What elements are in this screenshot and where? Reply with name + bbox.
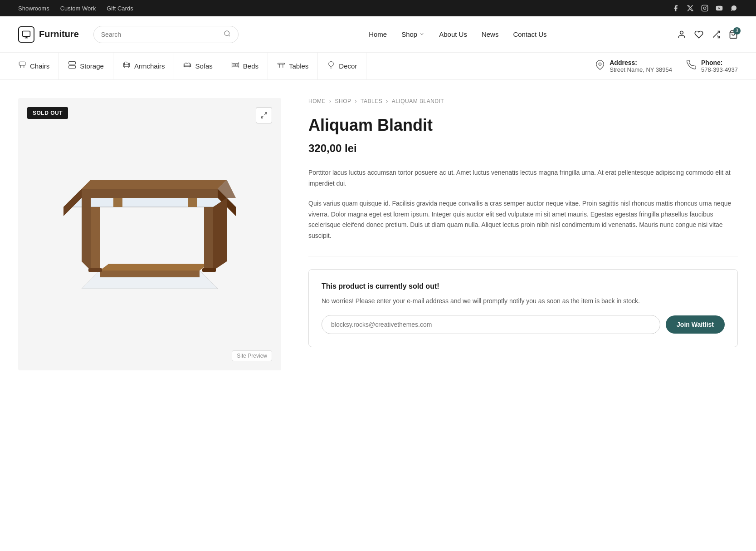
category-nav-items: Chairs Storage Armchairs Sofas Beds [18, 53, 595, 80]
category-beds[interactable]: Beds [222, 53, 268, 80]
account-button[interactable] [677, 30, 686, 39]
product-image [54, 153, 245, 316]
svg-marker-28 [82, 189, 218, 198]
logo-icon [18, 26, 34, 43]
whatsapp-icon[interactable] [730, 4, 738, 12]
svg-line-8 [229, 35, 230, 36]
phone-info: Phone: 578-393-4937 [687, 59, 738, 73]
logo[interactable]: Furniture [18, 26, 79, 43]
twitter-x-icon[interactable] [686, 4, 694, 12]
svg-marker-34 [100, 271, 200, 277]
nav-contact-us[interactable]: Contact Us [513, 30, 546, 38]
topbar-showrooms[interactable]: Showrooms [18, 5, 49, 12]
join-waitlist-button[interactable]: Join Waitlist [666, 315, 725, 334]
tables-icon [277, 61, 285, 71]
facebook-icon[interactable] [672, 4, 680, 12]
breadcrumb-current: ALIQUAM BLANDIT [392, 98, 444, 104]
sofas-icon [183, 61, 191, 71]
fullscreen-button[interactable] [256, 107, 272, 123]
sold-out-badge: SOLD OUT [27, 107, 68, 119]
nav-home[interactable]: Home [369, 30, 387, 38]
wishlist-button[interactable] [694, 30, 703, 39]
svg-point-7 [224, 31, 229, 36]
nav-news[interactable]: News [482, 30, 499, 38]
chairs-icon [18, 61, 26, 71]
cart-button[interactable]: 3 [729, 30, 738, 39]
search-bar [93, 26, 239, 43]
svg-rect-18 [233, 64, 235, 66]
beds-label: Beds [243, 62, 259, 70]
site-preview-label: Site Preview [232, 350, 272, 361]
storage-icon [68, 61, 76, 71]
decor-label: Decor [339, 62, 357, 70]
address-label: Address: [610, 59, 672, 66]
top-bar: Showrooms Custom Work Gift Cards [0, 0, 756, 16]
svg-marker-29 [82, 180, 227, 189]
category-chairs[interactable]: Chairs [18, 53, 59, 80]
product-description-1: Porttitor lacus luctus accumsan tortor p… [308, 167, 738, 189]
breadcrumb-sep-3: › [386, 98, 388, 104]
top-bar-social [672, 4, 738, 12]
nav-about-us[interactable]: About Us [439, 30, 467, 38]
search-input[interactable] [101, 31, 220, 38]
svg-marker-41 [188, 198, 197, 207]
svg-line-25 [264, 113, 267, 115]
product-description-2: Quis varius quam quisque id. Facilisis g… [308, 198, 738, 241]
breadcrumb-home[interactable]: HOME [308, 98, 326, 104]
svg-point-9 [680, 31, 683, 34]
svg-rect-15 [69, 66, 76, 69]
main-header: Furniture Home Shop About Us News Contac… [0, 16, 756, 53]
svg-line-26 [261, 116, 263, 118]
top-bar-links: Showrooms Custom Work Gift Cards [18, 5, 133, 12]
product-image-section: SOLD OUT [18, 98, 281, 370]
category-armchairs[interactable]: Armchairs [113, 53, 175, 80]
phone-label: Phone: [701, 59, 738, 66]
svg-marker-37 [82, 198, 91, 271]
phone-text: Phone: 578-393-4937 [701, 59, 738, 73]
svg-point-24 [599, 63, 601, 65]
main-nav: Home Shop About Us News Contact Us [253, 30, 663, 38]
divider [308, 256, 738, 256]
sold-out-box-title: This product is currently sold out! [322, 282, 725, 290]
product-details: HOME › SHOP › TABLES › ALIQUAM BLANDIT A… [281, 98, 738, 370]
svg-marker-36 [91, 207, 100, 271]
svg-rect-4 [23, 31, 30, 36]
address-text: Address: Street Name, NY 38954 [610, 59, 672, 73]
waitlist-form: Join Waitlist [322, 315, 725, 334]
svg-marker-35 [100, 264, 209, 271]
svg-rect-14 [69, 62, 76, 64]
category-storage[interactable]: Storage [59, 53, 113, 80]
sofas-label: Sofas [195, 62, 212, 70]
breadcrumb-tables[interactable]: TABLES [361, 98, 382, 104]
storage-label: Storage [80, 62, 104, 70]
instagram-icon[interactable] [701, 4, 709, 12]
svg-rect-19 [236, 64, 238, 66]
waitlist-email-input[interactable] [322, 315, 660, 334]
svg-rect-13 [19, 62, 25, 65]
category-tables[interactable]: Tables [268, 53, 318, 80]
address-value: Street Name, NY 38954 [610, 66, 672, 73]
decor-icon [327, 61, 335, 71]
compare-button[interactable] [712, 30, 721, 39]
phone-icon [687, 60, 697, 73]
youtube-icon[interactable] [715, 4, 723, 12]
chevron-down-icon [419, 30, 424, 38]
product-price: 320,00 lei [308, 142, 738, 155]
category-sofas[interactable]: Sofas [174, 53, 222, 80]
search-icon[interactable] [224, 30, 231, 39]
svg-marker-40 [113, 198, 122, 207]
product-title: Aliquam Blandit [308, 115, 738, 135]
topbar-custom-work[interactable]: Custom Work [60, 5, 96, 12]
topbar-gift-cards[interactable]: Gift Cards [107, 5, 133, 12]
nav-shop[interactable]: Shop [401, 30, 424, 38]
breadcrumb-sep-2: › [355, 98, 357, 104]
svg-marker-39 [213, 198, 227, 271]
category-decor[interactable]: Decor [318, 53, 366, 80]
sold-out-box: This product is currently sold out! No w… [308, 269, 738, 347]
cart-badge: 3 [733, 27, 741, 34]
page-content: SOLD OUT [0, 80, 756, 370]
svg-rect-20 [278, 63, 284, 64]
svg-rect-0 [702, 5, 707, 11]
breadcrumb-shop[interactable]: SHOP [335, 98, 351, 104]
sold-out-box-description: No worries! Please enter your e-mail add… [322, 296, 725, 306]
